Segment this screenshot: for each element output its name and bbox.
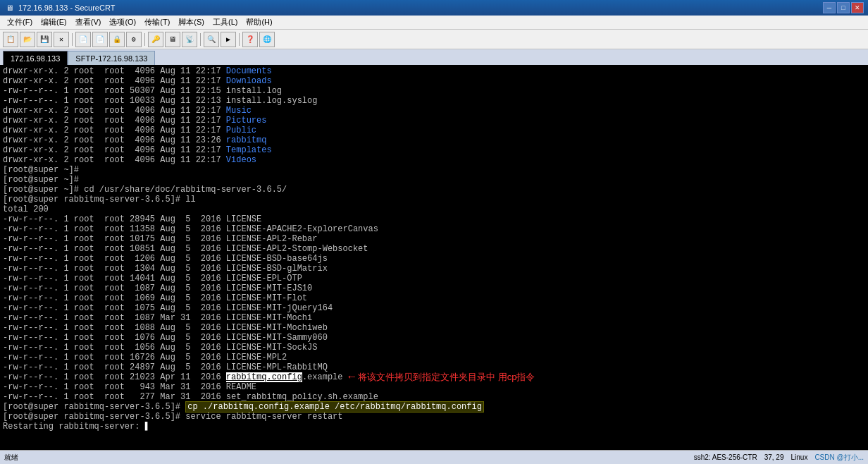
terminal-line-28: -rw-r--r--. 1 root root 1076 Aug 5 2016 … — [3, 333, 865, 343]
toolbar-btn-11[interactable]: 📡 — [182, 32, 197, 47]
terminal-line-29: -rw-r--r--. 1 root root 1056 Aug 5 2016 … — [3, 343, 865, 353]
terminal-line-20: -rw-r--r--. 1 root root 1206 Aug 5 2016 … — [3, 254, 865, 264]
terminal-line-33: -rw-r--r--. 1 root root 943 Mar 31 2016 … — [3, 382, 865, 392]
minimize-button[interactable]: ─ — [823, 2, 836, 13]
terminal-line-12: [root@super ~]# — [3, 175, 865, 185]
toolbar-btn-10[interactable]: 🖥 — [165, 32, 180, 47]
status-ready: 就绪 — [4, 453, 18, 463]
terminal-line-32: -rw-r--r--. 1 root root 21023 Apr 11 201… — [3, 372, 865, 382]
terminal-line-1: drwxr-xr-x. 2 root root 4096 Aug 11 22:1… — [3, 66, 865, 76]
window-title: 172.16.98.133 - SecureCRT — [18, 4, 115, 12]
status-encoding: Linux — [790, 453, 807, 461]
tab-ssh-label: 172.16.98.133 — [11, 54, 60, 63]
toolbar-btn-5[interactable]: 📄 — [75, 32, 91, 47]
terminal-line-13: [root@super ~]# cd /usr/share/doc/rabbit… — [3, 185, 865, 195]
terminal-line-16: -rw-r--r--. 1 root root 28945 Aug 5 2016… — [3, 214, 865, 224]
status-rowcol: 37, 29 — [764, 453, 784, 461]
toolbar-sep-1 — [72, 33, 73, 46]
terminal-line-9: drwxr-xr-x. 2 root root 4096 Aug 11 22:1… — [3, 145, 865, 155]
terminal-line-2: drwxr-xr-x. 2 root root 4096 Aug 11 22:1… — [3, 76, 865, 86]
menu-script[interactable]: 脚本(S) — [174, 16, 209, 29]
toolbar-sep-2 — [144, 33, 145, 46]
toolbar-btn-1[interactable]: 📋 — [3, 32, 18, 47]
status-bar: 就绪 ssh2: AES-256-CTR 37, 29 Linux CSDN @… — [0, 450, 868, 464]
terminal-line-5: drwxr-xr-x. 2 root root 4096 Aug 11 22:1… — [3, 106, 865, 116]
title-bar: 🖥 172.16.98.133 - SecureCRT ─ □ ✕ — [0, 0, 868, 16]
menu-edit[interactable]: 编辑(E) — [37, 16, 71, 29]
terminal-line-21: -rw-r--r--. 1 root root 1304 Aug 5 2016 … — [3, 264, 865, 274]
maximize-button[interactable]: □ — [837, 2, 850, 13]
toolbar-sep-3 — [200, 33, 201, 46]
terminal-line-23: -rw-r--r--. 1 root root 1087 Aug 5 2016 … — [3, 283, 865, 293]
toolbar-btn-4[interactable]: ✕ — [54, 32, 69, 47]
terminal[interactable]: drwxr-xr-x. 2 root root 4096 Aug 11 22:1… — [0, 65, 868, 450]
toolbar-btn-6[interactable]: 📄 — [92, 32, 108, 47]
terminal-line-26: -rw-r--r--. 1 root root 1087 Mar 31 2016… — [3, 313, 865, 323]
status-ssh: ssh2: AES-256-CTR — [694, 453, 757, 461]
terminal-line-18: -rw-r--r--. 1 root root 10175 Aug 5 2016… — [3, 234, 865, 244]
terminal-line-34: -rw-r--r--. 1 root root 277 Mar 31 2016 … — [3, 392, 865, 402]
toolbar-btn-3[interactable]: 💾 — [37, 32, 52, 47]
toolbar: 📋 📂 💾 ✕ 📄 📄 🔒 ⚙ 🔑 🖥 📡 🔍 ▶ ❓ 🌐 — [0, 30, 868, 49]
terminal-line-27: -rw-r--r--. 1 root root 1088 Aug 5 2016 … — [3, 323, 865, 333]
toolbar-btn-9[interactable]: 🔑 — [148, 32, 163, 47]
menu-view[interactable]: 查看(V) — [71, 16, 106, 29]
terminal-line-4: -rw-r--r--. 1 root root 10033 Aug 11 22:… — [3, 96, 865, 106]
tab-bar: 172.16.98.133 SFTP-172.16.98.133 — [0, 49, 868, 65]
toolbar-sep-4 — [239, 33, 240, 46]
terminal-line-17: -rw-r--r--. 1 root root 11358 Aug 5 2016… — [3, 224, 865, 234]
menu-help[interactable]: 帮助(H) — [242, 16, 276, 29]
terminal-line-10: drwxr-xr-x. 2 root root 4096 Aug 11 22:1… — [3, 155, 865, 165]
menu-file[interactable]: 文件(F) — [3, 16, 37, 29]
terminal-line-19: -rw-r--r--. 1 root root 10851 Aug 5 2016… — [3, 244, 865, 254]
toolbar-btn-15[interactable]: 🌐 — [259, 32, 275, 47]
terminal-line-15: total 200 — [3, 204, 865, 214]
terminal-line-11: [root@super ~]# — [3, 165, 865, 175]
terminal-line-8: drwxr-xr-x. 2 root root 4096 Aug 11 23:2… — [3, 135, 865, 145]
menu-options[interactable]: 选项(O) — [105, 16, 140, 29]
terminal-line-22: -rw-r--r--. 1 root root 14041 Aug 5 2016… — [3, 274, 865, 283]
terminal-line-7: drwxr-xr-x. 2 root root 4096 Aug 11 22:1… — [3, 126, 865, 135]
terminal-line-37: Restarting rabbitmq-server: ▌ — [3, 422, 865, 432]
terminal-line-14: [root@super rabbitmq-server-3.6.5]# ll — [3, 195, 865, 204]
terminal-line-31: -rw-r--r--. 1 root root 24897 Aug 5 2016… — [3, 362, 865, 372]
close-button[interactable]: ✕ — [851, 2, 864, 13]
terminal-line-6: drwxr-xr-x. 2 root root 4096 Aug 11 22:1… — [3, 116, 865, 126]
terminal-line-24: -rw-r--r--. 1 root root 1069 Aug 5 2016 … — [3, 293, 865, 303]
app-icon: 🖥 — [4, 3, 14, 13]
toolbar-btn-7[interactable]: 🔒 — [109, 32, 125, 47]
menu-tools[interactable]: 工具(L) — [209, 16, 242, 29]
toolbar-btn-8[interactable]: ⚙ — [126, 32, 142, 47]
toolbar-btn-13[interactable]: ▶ — [221, 32, 236, 47]
tab-ssh[interactable]: 172.16.98.133 — [3, 51, 68, 65]
terminal-line-35: [root@super rabbitmq-server-3.6.5]# cp .… — [3, 402, 865, 412]
status-extra: CSDN @打小... — [814, 453, 864, 463]
toolbar-btn-2[interactable]: 📂 — [20, 32, 35, 47]
menu-bar: 文件(F) 编辑(E) 查看(V) 选项(O) 传输(T) 脚本(S) 工具(L… — [0, 16, 868, 30]
tab-sftp[interactable]: SFTP-172.16.98.133 — [68, 51, 155, 65]
terminal-line-25: -rw-r--r--. 1 root root 1075 Aug 5 2016 … — [3, 303, 865, 313]
tab-sftp-label: SFTP-172.16.98.133 — [75, 54, 147, 63]
terminal-line-30: -rw-r--r--. 1 root root 16726 Aug 5 2016… — [3, 353, 865, 362]
terminal-line-36: [root@super rabbitmq-server-3.6.5]# serv… — [3, 412, 865, 422]
toolbar-btn-12[interactable]: 🔍 — [204, 32, 219, 47]
menu-transfer[interactable]: 传输(T) — [140, 16, 174, 29]
terminal-line-3: -rw-r--r--. 1 root root 50307 Aug 11 22:… — [3, 86, 865, 96]
toolbar-btn-14[interactable]: ❓ — [242, 32, 258, 47]
